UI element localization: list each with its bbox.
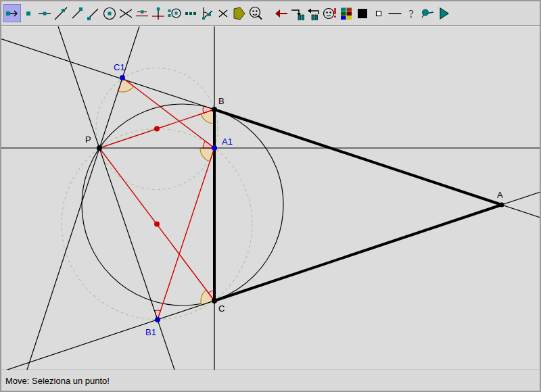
ray-icon — [69, 5, 85, 22]
point-style-button[interactable] — [371, 5, 387, 22]
trace-tool-button[interactable] — [183, 5, 199, 22]
ray-tool-button[interactable] — [69, 5, 85, 22]
step-forward-button[interactable] — [289, 5, 306, 22]
point-label-C1: C1 — [114, 62, 125, 72]
comment-face-exclamation-icon — [322, 5, 338, 22]
segment-C1-A1-red[interactable] — [122, 78, 214, 148]
magnifier-face-icon — [248, 5, 264, 22]
line-tool-button[interactable] — [53, 5, 69, 22]
help-button[interactable]: ? — [403, 5, 419, 22]
segment-tool-button[interactable] — [85, 5, 101, 22]
point-icon — [20, 5, 37, 22]
perpendicular-tool-button[interactable] — [150, 5, 166, 22]
point-label-A1: A1 — [222, 137, 233, 147]
geometry-svg: P A B C A1 B1 C1 — [1, 26, 540, 370]
back-arrow-icon — [273, 5, 289, 22]
circle-PBC[interactable] — [82, 104, 283, 305]
point-label-B1: B1 — [145, 327, 156, 337]
status-bar: Move: Seleziona un punto! — [1, 371, 540, 391]
midpoint-tool-button[interactable] — [37, 5, 53, 22]
parallel-lines-icon — [134, 5, 150, 22]
point-label-B: B — [218, 96, 225, 106]
point-midpoint-PB[interactable] — [154, 126, 160, 132]
circle-icon — [101, 5, 118, 22]
intersection-cross-icon — [118, 5, 134, 22]
help-icon: ? — [403, 5, 419, 22]
point-style-square-icon — [371, 5, 387, 22]
point-P[interactable] — [97, 145, 102, 151]
point-label-P: P — [85, 134, 91, 145]
point-tool-button[interactable] — [20, 5, 37, 22]
current-color-button[interactable] — [354, 5, 371, 22]
polygon-icon — [231, 5, 248, 22]
drawing-canvas[interactable]: P A B C A1 B1 C1 — [1, 26, 540, 370]
line-icon — [53, 5, 69, 22]
trace-dots-icon — [183, 5, 199, 22]
black-square-icon — [354, 5, 371, 22]
parallel-tool-button[interactable] — [134, 5, 150, 22]
svg-text:?: ? — [408, 7, 413, 19]
point-B[interactable] — [212, 107, 217, 112]
status-message: Move: Seleziona un punto! — [5, 376, 110, 386]
point-B1[interactable] — [155, 317, 160, 322]
point-label-A: A — [497, 190, 503, 200]
point-A1[interactable] — [212, 145, 217, 151]
replay-pause-icon — [306, 5, 322, 22]
compass-tool-button[interactable] — [166, 5, 183, 22]
compass-circle-icon — [166, 5, 183, 22]
point-C[interactable] — [212, 298, 217, 303]
midpoint-icon — [37, 5, 53, 22]
point-C1[interactable] — [120, 75, 125, 80]
perpendicular-icon — [150, 5, 166, 22]
line-style-icon — [387, 5, 403, 22]
toolbar: ? — [1, 1, 540, 25]
angle-icon — [199, 5, 215, 22]
hide-cross-icon — [215, 5, 231, 22]
point-A[interactable] — [500, 203, 504, 207]
comment-button[interactable] — [322, 5, 338, 22]
app-window: ? — [0, 0, 541, 392]
color-palette-icon — [338, 5, 354, 22]
point-midpoint-PC[interactable] — [154, 222, 160, 227]
step-forward-pause-icon — [289, 5, 306, 22]
move-arrow-icon — [4, 5, 20, 22]
move-tool-button[interactable] — [4, 5, 20, 22]
hide-tool-button[interactable] — [215, 5, 231, 22]
color-palette-button[interactable] — [338, 5, 354, 22]
replay-button[interactable] — [306, 5, 322, 22]
angle-tool-button[interactable] — [199, 5, 215, 22]
polygon-tool-button[interactable] — [231, 5, 248, 22]
point-label-C: C — [218, 303, 225, 314]
segment-icon — [85, 5, 101, 22]
play-icon — [436, 5, 452, 22]
macro-magnifier-icon — [419, 5, 436, 22]
inspect-tool-button[interactable] — [248, 5, 264, 22]
back-button[interactable] — [273, 5, 289, 22]
segment-AC-thick[interactable] — [214, 205, 502, 301]
intersection-tool-button[interactable] — [118, 5, 134, 22]
macro-button[interactable] — [419, 5, 436, 22]
line-style-button[interactable] — [387, 5, 403, 22]
circle-tool-button[interactable] — [101, 5, 118, 22]
segment-AB-thick[interactable] — [214, 109, 502, 205]
run-button[interactable] — [436, 5, 452, 22]
